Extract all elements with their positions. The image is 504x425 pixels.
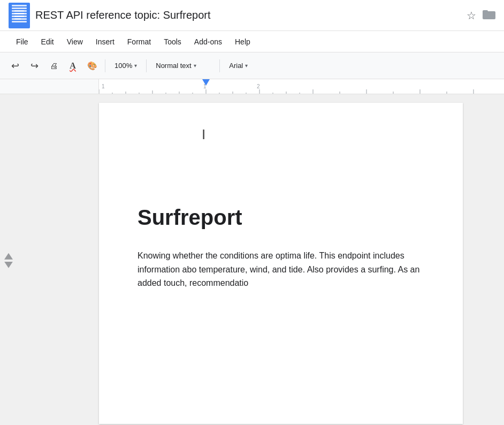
svg-text:1: 1 [102,84,105,89]
document-page[interactable]: I Surfreport Knowing whether the conditi… [99,103,463,424]
toolbar-sep-3 [219,59,220,72]
zoom-dropdown-arrow: ▾ [134,63,137,69]
menu-format[interactable]: Format [122,35,156,48]
svg-text:2: 2 [257,84,260,89]
menu-file[interactable]: File [11,35,34,48]
toolbar-sep-2 [146,59,147,72]
toolbar-sep-1 [105,59,105,72]
menu-addons[interactable]: Add-ons [189,35,227,48]
print-button[interactable]: 🖨 [45,57,62,74]
page-down-control[interactable] [4,262,13,268]
paintformat-button[interactable]: 🎨 [83,57,101,74]
svg-rect-6 [483,10,488,13]
ruler: 1 1 2 [0,79,504,94]
svg-rect-2 [14,13,24,14]
title-bar: REST API reference topic: Surfreport ☆ [0,0,504,31]
paintformat-icon: 🎨 [87,61,97,71]
sidebar-controls [4,253,13,268]
print-icon: 🖨 [50,61,58,70]
redo-button[interactable]: ↪ [26,57,43,74]
document-body: Knowing whether the conditions are optim… [138,249,424,290]
font-label: Arial [229,62,243,70]
zoom-dropdown[interactable]: 100% ▾ [110,57,142,74]
menu-view[interactable]: View [62,35,88,48]
menu-bar: File Edit View Insert Format Tools Add-o… [0,31,504,52]
text-cursor: I [202,126,205,143]
right-overflow [463,94,504,425]
star-icon[interactable]: ☆ [467,9,476,22]
zoom-level-label: 100% [114,62,132,70]
left-sidebar [0,94,99,425]
svg-rect-3 [14,16,24,17]
app-icon [9,3,30,28]
spellcheck-button[interactable]: A [64,57,81,74]
menu-edit[interactable]: Edit [36,35,59,48]
document-heading-block: Surfreport [138,206,242,230]
page-up-control[interactable] [4,253,13,260]
title-icons: ☆ [467,9,495,22]
text-style-arrow: ▾ [194,63,196,69]
svg-rect-4 [14,18,21,20]
text-style-label: Normal text [156,62,191,70]
font-arrow: ▾ [245,63,248,69]
content-area: I Surfreport Knowing whether the conditi… [0,94,504,425]
spellcheck-icon: A [70,61,76,71]
menu-help[interactable]: Help [230,35,256,48]
folder-icon[interactable] [483,9,495,22]
toolbar: ↩ ↪ 🖨 A 🎨 100% ▾ Normal text ▾ Arial ▾ [0,52,504,79]
font-dropdown[interactable]: Arial ▾ [224,57,267,74]
text-style-dropdown[interactable]: Normal text ▾ [151,57,215,74]
svg-rect-1 [14,10,24,12]
menu-tools[interactable]: Tools [158,35,187,48]
redo-icon: ↪ [30,60,39,72]
undo-button[interactable]: ↩ [6,57,24,74]
menu-insert[interactable]: Insert [90,35,120,48]
spellcheck-underline [138,225,242,229]
undo-icon: ↩ [11,60,19,72]
document-title: REST API reference topic: Surfreport [35,9,461,21]
